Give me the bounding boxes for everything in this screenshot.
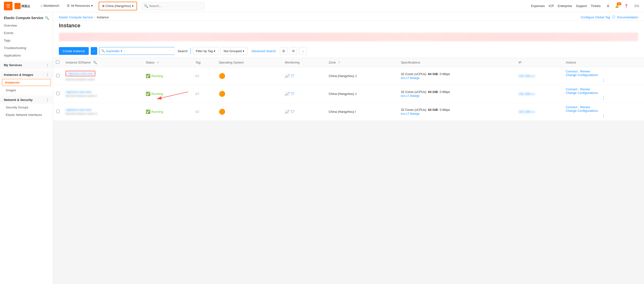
network-more-icon[interactable]: ⋮: [46, 98, 49, 102]
instance-id-link[interactable]: i-bp2xxxx-xxxx-xxxx: [66, 90, 92, 94]
nav-right-actions: Expenses ICP Enterprise Support Tickets …: [531, 3, 640, 10]
documentation-link[interactable]: Documentation: [617, 16, 638, 19]
more-actions-button[interactable]: ···: [91, 47, 97, 55]
th-checkbox: [53, 58, 63, 67]
search-box[interactable]: 🔍 Automatic ▾ Search: [99, 47, 191, 55]
search-input[interactable]: [149, 4, 202, 8]
search-column-icon[interactable]: 🔍: [93, 61, 97, 64]
sidebar-divider: [0, 60, 53, 60]
breadcrumb-parent-link[interactable]: Elastic Compute Service: [59, 16, 93, 19]
row-checkbox[interactable]: [56, 110, 60, 113]
configure-global-tag[interactable]: Configure Global Tag: [581, 16, 610, 19]
os-icon: 🟠: [219, 73, 225, 79]
enterprise-link[interactable]: Enterprise: [558, 4, 572, 8]
filter-icon[interactable]: ▼: [156, 61, 160, 64]
sidebar-item-overview[interactable]: Overview: [0, 22, 53, 29]
help-icon-btn[interactable]: ❓: [623, 3, 630, 10]
ip-value: 192.168.x.x: [518, 110, 535, 114]
filter-by-tag-label: Filter by Tag: [196, 49, 213, 53]
language-selector[interactable]: EN: [634, 3, 640, 10]
renew-link[interactable]: Renew: [580, 70, 590, 73]
chart-icon[interactable]: 📈: [285, 92, 290, 96]
more-actions-icon[interactable]: ⋮: [566, 96, 641, 100]
expenses-link[interactable]: Expenses: [531, 4, 545, 8]
specs-link[interactable]: ecs.c7.8xlarge: [401, 76, 513, 80]
advanced-search-link[interactable]: Advanced Search: [250, 49, 278, 53]
search-input[interactable]: [124, 47, 174, 55]
sidebar-item-applications[interactable]: Applications: [0, 52, 53, 59]
connect-link[interactable]: Connect: [566, 70, 577, 73]
instance-id-link[interactable]: i-bp3xxxx-xxxx-xxxx: [66, 108, 92, 112]
more-actions-icon[interactable]: ⋮: [566, 78, 641, 82]
select-all-checkbox[interactable]: [56, 60, 59, 64]
tag-icon[interactable]: 🏷: [195, 92, 199, 96]
renew-link[interactable]: Renew: [580, 87, 590, 91]
instances-more-icon[interactable]: ⋮: [46, 73, 49, 77]
workbench-nav[interactable]: ⌂ Workbench: [38, 0, 62, 12]
columns-tool-button[interactable]: ⊞: [280, 47, 288, 55]
sidebar-item-eni[interactable]: Elastic Network Interfaces: [0, 111, 53, 119]
instances-table: Instance ID/Name 🔍 Status ▼ Tag Operatin…: [53, 58, 644, 121]
th-ip: IP: [516, 58, 563, 67]
monitoring-icons: 📈 🛡: [285, 92, 323, 96]
my-services-more-icon[interactable]: ⋮: [46, 63, 49, 67]
search-button[interactable]: Search: [174, 47, 190, 55]
global-search[interactable]: 🔍: [142, 2, 204, 10]
region-selector[interactable]: ⊕ China (Hangzhou) ▾: [99, 2, 137, 11]
more-actions-icon[interactable]: ⋮: [566, 114, 641, 118]
specs-link[interactable]: ecs.c7.8xlarge: [401, 112, 513, 115]
sidebar-item-tags[interactable]: Tags: [0, 37, 53, 44]
row-checkbox[interactable]: [56, 92, 60, 95]
monitor-icon-btn[interactable]: 🖥: [604, 3, 611, 10]
sidebar-item-events[interactable]: Events: [0, 29, 53, 37]
chart-icon[interactable]: 📈: [285, 74, 290, 78]
table-row: i-bp1xxxx-xxxx-xxxx blurred-instance-nam…: [53, 67, 644, 85]
settings-tool-button[interactable]: ⚙: [290, 47, 297, 55]
shield-icon[interactable]: 🛡: [291, 74, 294, 78]
hamburger-button[interactable]: ☰: [4, 2, 12, 11]
instance-id-cell: i-bp1xxxx-xxxx-xxxx blurred-instance-nam…: [63, 67, 143, 85]
icp-link[interactable]: ICP: [549, 4, 554, 8]
create-instance-button[interactable]: Create Instance: [59, 47, 89, 55]
filter-zone-icon[interactable]: ▼: [338, 61, 341, 64]
renew-link[interactable]: Renew: [580, 105, 590, 109]
tag-icon[interactable]: 🏷: [195, 110, 199, 114]
change-config-link[interactable]: Change Configurations: [566, 91, 598, 95]
tag-icon[interactable]: 🏷: [195, 74, 199, 78]
sidebar-item-images[interactable]: Images: [0, 87, 53, 94]
not-grouped-button[interactable]: Not Grouped ▾: [220, 47, 247, 55]
instance-name: blurred-instance-name-3: [66, 112, 140, 115]
connect-link[interactable]: Connect: [566, 105, 577, 109]
not-grouped-label: Not Grouped: [224, 49, 242, 53]
sidebar-item-security-groups[interactable]: Security Groups: [0, 104, 53, 111]
row-checkbox[interactable]: [56, 74, 60, 77]
status-running: ✅ Running: [146, 74, 190, 78]
filter-by-tag-button[interactable]: Filter by Tag ▾: [193, 47, 219, 55]
change-config-link[interactable]: Change Configurations: [566, 109, 598, 113]
svg-text:←→: ←→: [15, 5, 20, 8]
specs-link[interactable]: ecs.c7.8xlarge: [401, 94, 513, 98]
ip-value: 192.168.x.x: [518, 74, 535, 78]
tickets-link[interactable]: Tickets: [591, 4, 600, 8]
shield-icon[interactable]: 🛡: [291, 92, 294, 96]
download-tool-button[interactable]: ↓: [299, 47, 307, 55]
notifications-bell[interactable]: 🔔 58: [615, 4, 619, 8]
chart-icon[interactable]: 📈: [285, 109, 290, 114]
banner-area: [53, 33, 644, 44]
all-resources-nav[interactable]: ☰ All Resources ▾: [64, 0, 96, 12]
status-cell: ✅ Running: [143, 67, 193, 85]
search-filter-selector[interactable]: 🔍 Automatic ▾: [99, 47, 125, 55]
change-config-link[interactable]: Change Configurations: [566, 73, 598, 77]
connect-link[interactable]: Connect: [566, 87, 577, 91]
shield-icon[interactable]: 🛡: [291, 110, 294, 114]
action-row: Connect | Renew: [566, 70, 641, 73]
sidebar-search-icon[interactable]: 🔍: [45, 16, 49, 20]
sidebar-item-instances[interactable]: Instances: [2, 79, 51, 86]
support-link[interactable]: Support: [576, 4, 587, 8]
instance-id-link[interactable]: i-bp1xxxx-xxxx-xxxx: [68, 72, 93, 75]
download-icon: ↓: [302, 49, 304, 53]
gear-icon: ⚙: [292, 49, 295, 53]
specs-cell: 32 Cores (vCPUs) 64 GiB 0 Mbps ecs.c7.8x…: [398, 103, 516, 121]
sidebar-item-troubleshooting[interactable]: Troubleshooting: [0, 44, 53, 52]
breadcrumb: Elastic Compute Service / Instance: [59, 16, 108, 19]
